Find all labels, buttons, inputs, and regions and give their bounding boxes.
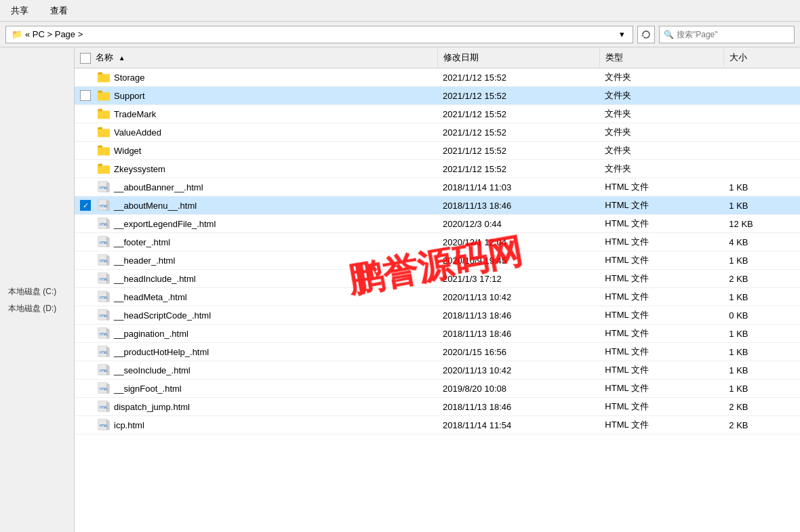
table-row[interactable]: TradeMark2021/1/12 15:52文件夹	[75, 105, 800, 123]
table-row[interactable]: Support2021/1/12 15:52文件夹	[75, 87, 800, 105]
table-row[interactable]: HTML __footer_.html2020/12/1 12:04HTML 文…	[75, 233, 800, 251]
file-date: 2020/11/13 10:42	[437, 288, 599, 306]
file-name-text: Support	[114, 91, 145, 101]
svg-text:HTML: HTML	[100, 333, 108, 336]
file-date: 2018/11/14 11:03	[437, 178, 599, 197]
file-name-text: __header_.html	[114, 255, 175, 266]
file-size: 2 KB	[723, 270, 800, 288]
menu-share[interactable]: 共享	[7, 2, 33, 20]
file-type: HTML 文件	[599, 270, 723, 288]
file-name-cell: Zkeyssystem	[75, 160, 437, 178]
file-name-text: __pagination_.html	[114, 329, 188, 339]
table-row[interactable]: Zkeyssystem2021/1/12 15:52文件夹	[75, 160, 800, 178]
table-row[interactable]: HTML __header_.html2020/10/9 19:45HTML 文…	[75, 251, 800, 270]
address-path-box[interactable]: 📁 « PC > Page > ▾	[5, 26, 633, 43]
sidebar-drive-d[interactable]: 本地磁盘 (D:)	[0, 300, 74, 317]
file-size: 1 KB	[723, 361, 800, 380]
html-file-icon: HTML	[98, 327, 110, 340]
file-type: 文件夹	[599, 105, 723, 123]
file-name-cell: HTML __header_.html	[75, 251, 437, 270]
svg-text:HTML: HTML	[100, 296, 108, 300]
file-size	[723, 160, 800, 178]
sidebar-drive-c[interactable]: 本地磁盘 (C:)	[0, 283, 74, 300]
file-size: 2 KB	[723, 416, 800, 434]
file-size: 0 KB	[723, 306, 800, 325]
search-box[interactable]: 🔍	[659, 26, 795, 43]
file-size	[723, 123, 800, 142]
table-row[interactable]: HTML dispatch_jump.html2018/11/13 18:46H…	[75, 398, 800, 416]
table-row[interactable]: Storage2021/1/12 15:52文件夹	[75, 68, 800, 87]
file-name-text: __headScriptCode_.html	[114, 310, 211, 321]
col-header-type[interactable]: 类型	[599, 47, 723, 68]
file-size: 1 KB	[723, 251, 800, 270]
file-type: 文件夹	[599, 123, 723, 142]
folder-icon	[98, 127, 110, 138]
table-row[interactable]: HTML __aboutMenu__.html2018/11/13 18:46H…	[75, 197, 800, 215]
table-row[interactable]: HTML __seoInclude_.html2020/11/13 10:42H…	[75, 361, 800, 380]
svg-text:HTML: HTML	[100, 369, 108, 373]
menu-view[interactable]: 查看	[46, 2, 72, 20]
file-date: 2018/11/13 18:46	[437, 306, 599, 325]
file-size: 4 KB	[723, 233, 800, 251]
file-name-cell: HTML __seoInclude_.html	[75, 361, 437, 380]
svg-rect-5	[98, 111, 110, 119]
address-chevron-icon[interactable]: ▾	[616, 29, 627, 40]
html-file-icon: HTML	[98, 291, 110, 303]
file-name-cell: Widget	[75, 142, 437, 160]
file-date: 2018/11/13 18:46	[437, 197, 599, 215]
file-name-cell: HTML __pagination_.html	[75, 325, 437, 343]
file-name-cell: Support	[75, 87, 437, 105]
search-input[interactable]	[677, 30, 772, 39]
file-name-text: dispatch_jump.html	[114, 402, 190, 412]
svg-marker-29	[107, 254, 110, 257]
file-name-cell: ValueAdded	[75, 123, 437, 142]
file-date: 2020/1/15 16:56	[437, 343, 599, 361]
row-checkbox[interactable]	[80, 200, 91, 211]
svg-marker-37	[107, 291, 110, 293]
col-header-date[interactable]: 修改日期	[437, 47, 599, 68]
content-area: 名称 ▲ 修改日期 类型 大小 Storage2021/1/12 15:52文件…	[75, 47, 800, 532]
svg-marker-13	[107, 181, 110, 184]
table-row[interactable]: Widget2021/1/12 15:52文件夹	[75, 142, 800, 160]
svg-marker-49	[107, 346, 110, 348]
file-type: HTML 文件	[599, 215, 723, 233]
sidebar: 本地磁盘 (C:) 本地磁盘 (D:)	[0, 47, 75, 532]
table-row[interactable]: HTML __headInclude_.html2021/1/3 17:12HT…	[75, 270, 800, 288]
svg-marker-33	[107, 272, 110, 275]
col-header-name[interactable]: 名称 ▲	[75, 47, 437, 68]
file-name-text: Widget	[114, 146, 141, 156]
file-size: 1 KB	[723, 178, 800, 197]
svg-text:HTML: HTML	[100, 406, 108, 409]
file-name-text: __footer_.html	[114, 237, 170, 247]
row-checkbox[interactable]	[80, 90, 91, 101]
header-checkbox[interactable]	[80, 53, 91, 64]
table-row[interactable]: HTML icp.html2018/11/14 11:54HTML 文件2 KB	[75, 416, 800, 434]
file-name-text: __seoInclude_.html	[114, 365, 191, 375]
file-type: 文件夹	[599, 160, 723, 178]
file-name-cell: TradeMark	[75, 105, 437, 123]
col-header-size[interactable]: 大小	[723, 47, 800, 68]
html-file-icon: HTML	[98, 401, 110, 413]
table-row[interactable]: HTML __exportLegendFile_.html2020/12/3 0…	[75, 215, 800, 233]
table-row[interactable]: HTML __signFoot_.html2019/8/20 10:08HTML…	[75, 380, 800, 398]
table-row[interactable]: HTML __headScriptCode_.html2018/11/13 18…	[75, 306, 800, 325]
table-row[interactable]: HTML __headMeta_.html2020/11/13 10:42HTM…	[75, 288, 800, 306]
table-row[interactable]: HTML __pagination_.html2018/11/13 18:46H…	[75, 325, 800, 343]
file-name-text: __headMeta_.html	[114, 292, 187, 302]
svg-text:HTML: HTML	[100, 388, 108, 391]
file-name-cell: HTML __footer_.html	[75, 233, 437, 251]
file-name-cell: HTML dispatch_jump.html	[75, 398, 437, 416]
html-file-icon: HTML	[98, 236, 110, 248]
svg-marker-53	[107, 364, 110, 367]
file-name-cell: HTML __exportLegendFile_.html	[75, 215, 437, 233]
refresh-button[interactable]	[637, 26, 655, 43]
file-size: 1 KB	[723, 325, 800, 343]
table-row[interactable]: HTML __productHotHelp_.html2020/1/15 16:…	[75, 343, 800, 361]
svg-text:HTML: HTML	[100, 351, 108, 354]
file-type: HTML 文件	[599, 380, 723, 398]
table-row[interactable]: ValueAdded2021/1/12 15:52文件夹	[75, 123, 800, 142]
svg-marker-17	[107, 199, 110, 202]
svg-rect-7	[98, 129, 110, 138]
html-file-icon: HTML	[98, 254, 110, 266]
table-row[interactable]: HTML __aboutBanner__.html2018/11/14 11:0…	[75, 178, 800, 197]
